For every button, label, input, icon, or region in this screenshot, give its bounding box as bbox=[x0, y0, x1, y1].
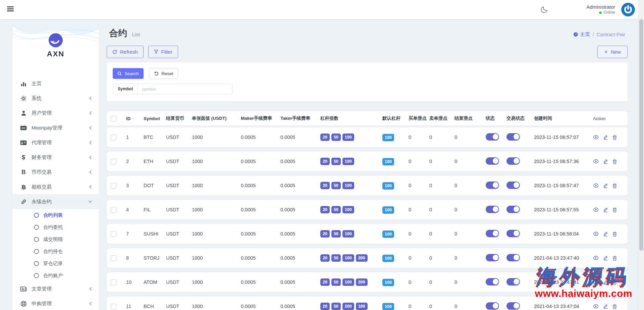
cell-trade-status bbox=[506, 182, 534, 190]
row-checkbox[interactable] bbox=[111, 159, 116, 164]
trade-status-toggle[interactable] bbox=[506, 133, 520, 141]
cell-trade-status bbox=[506, 157, 534, 166]
radio-circle-icon bbox=[34, 261, 39, 266]
sidebar-subitem-3[interactable]: 成交明细 bbox=[12, 233, 99, 245]
view-button[interactable] bbox=[593, 135, 599, 140]
sidebar-item-7[interactable]: B币币交易 bbox=[12, 165, 99, 179]
delete-button[interactable] bbox=[612, 207, 617, 212]
view-button[interactable] bbox=[593, 159, 599, 164]
sidebar-item-9[interactable]: 永续合约 bbox=[12, 194, 99, 209]
sidebar-item-10[interactable]: 文章管理 bbox=[12, 281, 99, 296]
sidebar-item-8[interactable]: ฿期权交易 bbox=[12, 179, 99, 194]
edit-button[interactable] bbox=[603, 135, 608, 140]
delete-button[interactable] bbox=[612, 304, 617, 309]
chevron-left-icon bbox=[89, 185, 92, 189]
edit-button[interactable] bbox=[603, 183, 608, 188]
view-button[interactable] bbox=[593, 207, 599, 212]
view-button[interactable] bbox=[593, 304, 599, 309]
dark-mode-icon[interactable] bbox=[540, 5, 548, 14]
status-toggle[interactable] bbox=[486, 302, 499, 310]
row-checkbox[interactable] bbox=[111, 255, 116, 261]
trade-status-toggle[interactable] bbox=[506, 206, 520, 213]
chevron-down-icon bbox=[88, 200, 92, 203]
refresh-button[interactable]: Refresh bbox=[107, 46, 144, 58]
view-button[interactable] bbox=[593, 231, 599, 236]
search-button[interactable]: Search bbox=[113, 68, 144, 79]
delete-button[interactable] bbox=[612, 183, 617, 188]
status-toggle[interactable] bbox=[486, 182, 499, 189]
breadcrumb-home[interactable]: 主页 bbox=[573, 31, 590, 38]
status-toggle[interactable] bbox=[486, 278, 499, 286]
sidebar-subitem-1[interactable]: 合约列表 bbox=[12, 209, 99, 221]
edit-button[interactable] bbox=[603, 256, 608, 261]
trade-status-toggle[interactable] bbox=[506, 302, 520, 310]
table-header: ID↑Symbol结算货币单张面值 (USDT)Maker手续费率Taker手续… bbox=[107, 111, 628, 125]
sidebar-subitem-6[interactable]: 合约账户 bbox=[12, 269, 99, 281]
sidebar-item-4[interactable]: CCMoonpay管理 bbox=[12, 120, 99, 135]
view-button[interactable] bbox=[593, 280, 599, 285]
cell-maker-fee: 0.0005 bbox=[241, 231, 280, 237]
delete-button[interactable] bbox=[612, 135, 617, 140]
sidebar: AXN 主页系统用户管理CCMoonpay管理代理管理$财务管理B币币交易฿期权… bbox=[12, 23, 99, 310]
trade-status-toggle[interactable] bbox=[506, 230, 520, 237]
chevron-left-icon bbox=[89, 170, 92, 174]
cell-symbol: FIL bbox=[144, 207, 166, 212]
select-all-checkbox[interactable] bbox=[111, 116, 116, 121]
status-toggle[interactable] bbox=[486, 230, 499, 237]
sidebar-item-11[interactable]: 申购管理 bbox=[12, 296, 99, 310]
user-menu[interactable]: Administrator Online bbox=[587, 4, 615, 15]
delete-button[interactable] bbox=[612, 256, 617, 261]
row-checkbox[interactable] bbox=[111, 135, 116, 140]
sidebar-item-label: 系统 bbox=[32, 95, 42, 102]
sidebar-subitem-2[interactable]: 合约委托 bbox=[12, 221, 99, 233]
row-checkbox[interactable] bbox=[111, 304, 116, 309]
sidebar-item-6[interactable]: $财务管理 bbox=[12, 150, 99, 165]
view-button[interactable] bbox=[593, 183, 599, 188]
new-button[interactable]: + New bbox=[597, 46, 628, 58]
sidebar-item-1[interactable]: 主页 bbox=[12, 76, 99, 91]
status-toggle[interactable] bbox=[486, 157, 499, 165]
table-body: 1BTCUSDT10000.00050.00052050100100000202… bbox=[107, 127, 628, 310]
row-checkbox[interactable] bbox=[111, 183, 116, 189]
edit-button[interactable] bbox=[603, 159, 608, 164]
cell-symbol: STORJ bbox=[144, 255, 166, 261]
delete-button[interactable] bbox=[612, 231, 617, 237]
delete-button[interactable] bbox=[612, 159, 617, 164]
sidebar-item-5[interactable]: 代理管理 bbox=[12, 135, 99, 150]
column-header-1[interactable]: ID↑ bbox=[126, 116, 144, 121]
trade-status-toggle[interactable] bbox=[506, 278, 520, 286]
cell-settle-slippage: 0 bbox=[454, 255, 486, 261]
row-checkbox[interactable] bbox=[111, 279, 116, 285]
cc-icon: CC bbox=[20, 125, 27, 131]
cell-leverages: 2050100 bbox=[320, 134, 382, 141]
scrollbar-track[interactable] bbox=[638, 0, 644, 310]
status-toggle[interactable] bbox=[486, 206, 499, 213]
trade-status-toggle[interactable] bbox=[506, 182, 520, 189]
row-checkbox[interactable] bbox=[111, 207, 116, 213]
cell-currency: USDT bbox=[166, 159, 192, 164]
status-toggle[interactable] bbox=[486, 254, 499, 261]
view-button[interactable] bbox=[593, 256, 599, 260]
trade-status-toggle[interactable] bbox=[506, 254, 520, 261]
symbol-input[interactable] bbox=[138, 87, 232, 92]
edit-button[interactable] bbox=[603, 231, 608, 237]
scrollbar-thumb[interactable] bbox=[639, 19, 643, 251]
row-checkbox[interactable] bbox=[111, 231, 116, 237]
avatar[interactable] bbox=[621, 3, 635, 16]
edit-button[interactable] bbox=[603, 207, 608, 212]
radio-circle-icon bbox=[34, 249, 39, 254]
menu-toggle-icon[interactable] bbox=[7, 6, 14, 12]
delete-button[interactable] bbox=[612, 280, 617, 285]
edit-button[interactable] bbox=[603, 304, 608, 309]
sort-ascending-icon[interactable]: ↑ bbox=[132, 116, 135, 121]
reset-button[interactable]: Reset bbox=[150, 68, 178, 79]
trade-status-toggle[interactable] bbox=[506, 157, 520, 165]
status-toggle[interactable] bbox=[486, 133, 499, 141]
sidebar-item-2[interactable]: 系统 bbox=[12, 91, 99, 106]
breadcrumb-current[interactable]: Contract-Pair bbox=[597, 32, 625, 37]
sidebar-subitem-4[interactable]: 合约持仓 bbox=[12, 245, 99, 257]
sidebar-subitem-5[interactable]: 穿仓记录 bbox=[12, 257, 99, 269]
sidebar-item-3[interactable]: 用户管理 bbox=[12, 106, 99, 120]
filter-button[interactable]: Filter bbox=[148, 46, 178, 58]
edit-button[interactable] bbox=[603, 280, 608, 285]
